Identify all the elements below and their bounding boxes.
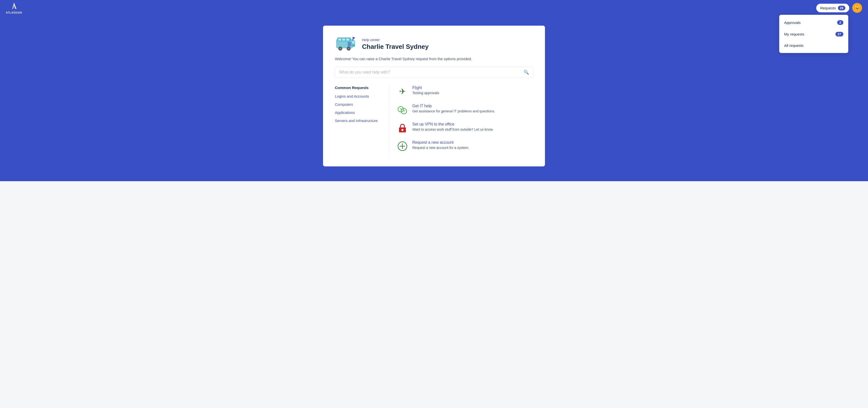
svg-marker-13 [353, 37, 355, 39]
svg-rect-20 [402, 130, 403, 131]
dropdown-my-requests[interactable]: My requests 27 [779, 28, 848, 40]
new-account-icon [397, 141, 408, 152]
help-center-label: Help center [362, 38, 429, 42]
hero-title: Charlie Travel Sydney [362, 43, 429, 51]
hero-subtitle: Welcome! You can raise a Charlie Travel … [335, 57, 533, 61]
svg-rect-2 [338, 38, 341, 41]
my-requests-label: My requests [784, 32, 804, 36]
requests-label: Requests [820, 6, 836, 10]
new-account-title[interactable]: Request a new account [412, 140, 469, 145]
flight-title[interactable]: Flight [412, 86, 439, 90]
svg-point-9 [348, 48, 350, 50]
list-item: Set up VPN to the office Want to access … [397, 122, 533, 133]
list-item: Request a new account Request a new acco… [397, 140, 533, 152]
svg-point-7 [339, 48, 341, 50]
bus-icon [335, 35, 357, 53]
sidebar: Common Requests Logins and Accounts Comp… [335, 86, 389, 158]
hero-header: Help center Charlie Travel Sydney [335, 35, 533, 53]
hero-inner: Help center Charlie Travel Sydney Welcom… [323, 26, 545, 166]
search-bar: 🔍 [335, 67, 533, 77]
content-area: Common Requests Logins and Accounts Comp… [335, 86, 533, 166]
sidebar-item-servers[interactable]: Servers and Infrastructure [335, 119, 383, 123]
avatar-emoji: 🐱 [854, 5, 860, 11]
list-item: ✈ Flight Testing approvals [397, 86, 533, 97]
sidebar-title: Common Requests [335, 86, 383, 90]
header-right: Requests 29 🐱 [816, 3, 862, 13]
svg-rect-4 [346, 38, 349, 41]
avatar[interactable]: 🐱 [852, 3, 862, 13]
svg-rect-11 [352, 41, 354, 44]
hero-section: Help center Charlie Travel Sydney Welcom… [0, 16, 868, 181]
svg-rect-5 [348, 42, 351, 46]
requests-button[interactable]: Requests 29 [816, 4, 849, 12]
it-help-icon: ? ? [397, 104, 408, 115]
svg-text:?: ? [403, 109, 405, 113]
svg-rect-12 [352, 37, 353, 40]
dropdown-all-requests[interactable]: All requests [779, 40, 848, 51]
vpn-icon [397, 123, 408, 133]
requests-dropdown: Approvals 2 My requests 27 All requests [779, 15, 848, 53]
flight-icon: ✈ [397, 86, 408, 97]
approvals-badge: 2 [837, 20, 843, 25]
vpn-desc: Want to access work stuff from outside? … [412, 127, 493, 131]
svg-rect-3 [342, 38, 345, 41]
header: ATLASSIAN Requests 29 🐱 Approvals 2 My r… [0, 0, 868, 16]
atlassian-logo[interactable]: ATLASSIAN [6, 2, 22, 14]
search-icon: 🔍 [524, 69, 529, 75]
my-requests-badge: 27 [835, 32, 843, 36]
requests-count-badge: 29 [838, 6, 845, 10]
request-list: ✈ Flight Testing approvals ? ? [389, 86, 533, 158]
dropdown-approvals[interactable]: Approvals 2 [779, 17, 848, 28]
flight-desc: Testing approvals [412, 91, 439, 95]
new-account-desc: Request a new account for a system. [412, 146, 469, 150]
approvals-label: Approvals [784, 21, 801, 25]
sidebar-item-computers[interactable]: Computers [335, 102, 383, 106]
vpn-title[interactable]: Set up VPN to the office [412, 122, 493, 126]
it-help-desc: Get assistance for general IT problems a… [412, 109, 495, 113]
atlassian-logo-text: ATLASSIAN [6, 11, 22, 14]
it-help-title[interactable]: Get IT help [412, 104, 495, 108]
sidebar-item-applications[interactable]: Applications [335, 111, 383, 115]
hero-title-area: Help center Charlie Travel Sydney [362, 38, 429, 51]
search-input[interactable] [339, 70, 524, 74]
list-item: ? ? Get IT help Get assistance for gener… [397, 104, 533, 115]
all-requests-label: All requests [784, 43, 803, 48]
sidebar-item-logins[interactable]: Logins and Accounts [335, 94, 383, 98]
